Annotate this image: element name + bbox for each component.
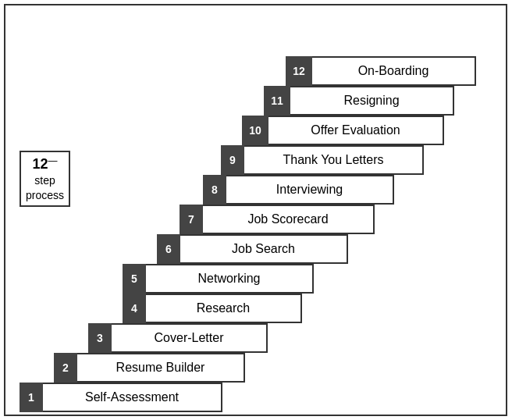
step-label-6: Job Search — [180, 234, 348, 264]
step-label-4: Research — [146, 294, 302, 323]
step-6: 6 Job Search — [157, 234, 348, 264]
step-label-11: Resigning — [290, 86, 454, 116]
diagram-container: 12— step process 1 Self-Assessment 2 Res… — [8, 14, 500, 412]
step-num-3: 3 — [88, 323, 112, 353]
step-label-8: Interviewing — [226, 175, 394, 205]
step-7: 7 Job Scorecard — [180, 205, 375, 234]
step-num-9: 9 — [221, 145, 244, 175]
step-5: 5 Networking — [123, 264, 314, 294]
step-num-10: 10 — [242, 116, 268, 145]
step-3: 3 Cover-Letter — [88, 323, 268, 353]
step-num-8: 8 — [203, 175, 226, 205]
step-num-5: 5 — [123, 264, 146, 294]
step-10: 10 Offer Evaluation — [242, 116, 444, 145]
step-num-4: 4 — [123, 294, 146, 323]
step-2: 2 Resume Builder — [54, 353, 245, 383]
step-label-9: Thank You Letters — [244, 145, 424, 175]
step-4: 4 Research — [123, 294, 302, 323]
label-line2: process — [26, 189, 64, 201]
step-label-1: Self-Assessment — [43, 383, 222, 412]
step-label-10: Offer Evaluation — [268, 116, 444, 145]
step-12: 12 On-Boarding — [286, 56, 476, 86]
label-number: 12 — [33, 156, 48, 172]
step-num-7: 7 — [180, 205, 203, 234]
process-label: 12— step process — [20, 151, 70, 207]
step-label-3: Cover-Letter — [112, 323, 268, 353]
step-num-11: 11 — [264, 86, 290, 116]
step-num-12: 12 — [286, 56, 312, 86]
step-label-7: Job Scorecard — [203, 205, 375, 234]
step-8: 8 Interviewing — [203, 175, 394, 205]
step-num-2: 2 — [54, 353, 77, 383]
step-label-5: Networking — [146, 264, 314, 294]
step-1: 1 Self-Assessment — [20, 383, 222, 412]
step-num-1: 1 — [20, 383, 43, 412]
step-label-12: On-Boarding — [312, 56, 476, 86]
step-label-2: Resume Builder — [77, 353, 245, 383]
step-num-6: 6 — [157, 234, 180, 264]
step-11: 11 Resigning — [264, 86, 454, 116]
step-9: 9 Thank You Letters — [221, 145, 424, 175]
label-line1: step — [34, 174, 55, 187]
